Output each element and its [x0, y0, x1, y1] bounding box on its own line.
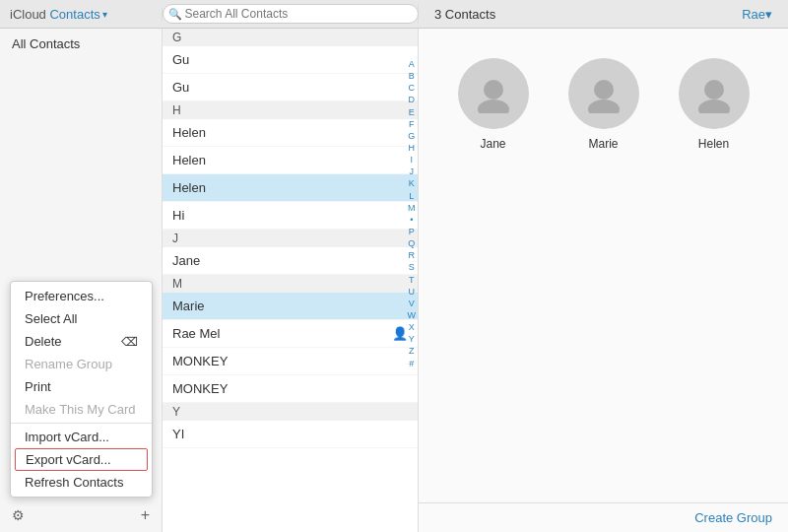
create-group-button[interactable]: Create Group: [694, 510, 772, 525]
user-menu[interactable]: Rae▾: [742, 7, 772, 22]
list-item[interactable]: Gu: [163, 74, 418, 101]
contact-name-jane: Jane: [480, 137, 505, 151]
list-item[interactable]: YI: [163, 421, 418, 448]
contact-name-helen: Helen: [698, 137, 729, 151]
list-item[interactable]: Gu: [163, 46, 418, 74]
svg-point-1: [478, 100, 509, 113]
svg-point-3: [588, 100, 620, 113]
section-header-y: Y: [163, 403, 418, 421]
list-item[interactable]: MONKEY: [163, 348, 418, 375]
contact-name: Rae Mel: [172, 326, 220, 341]
contacts-detail-area: Jane Marie Helen: [419, 29, 788, 502]
list-item[interactable]: Helen: [163, 119, 418, 147]
search-icon: 🔍: [168, 8, 182, 21]
section-header-h: H: [163, 101, 418, 119]
search-area: 🔍: [163, 4, 419, 24]
menu-item-refresh-contacts[interactable]: Refresh Contacts: [11, 471, 152, 494]
menu-item-delete[interactable]: Delete ⌫: [11, 330, 152, 353]
avatar-icon: [584, 74, 624, 113]
alphabet-index: A B C D E F G H I J K L M • P Q R S T U …: [408, 58, 417, 369]
avatar-marie: [568, 58, 639, 129]
gear-icon[interactable]: ⚙: [12, 507, 25, 523]
chevron-icon[interactable]: ▾: [102, 9, 107, 20]
menu-item-export-vcard[interactable]: Export vCard...: [15, 448, 148, 471]
detail-header: 3 Contacts Rae▾: [419, 7, 788, 22]
svg-point-4: [704, 80, 724, 100]
avatar-jane: [458, 58, 529, 129]
section-header-j: J: [163, 230, 418, 247]
contacts-count: 3 Contacts: [434, 7, 495, 22]
sidebar: All Contacts Preferences... Select All D…: [0, 29, 163, 532]
contact-card-jane: Jane: [458, 58, 529, 151]
list-item[interactable]: Helen: [163, 147, 418, 174]
list-item[interactable]: Jane: [163, 247, 418, 275]
contact-list: G Gu Gu H Helen Helen Helen Hi J Jane M …: [163, 29, 419, 532]
section-header-g: G: [163, 29, 418, 46]
avatar-icon: [474, 74, 513, 113]
contact-group-icon: 👤: [392, 326, 408, 341]
avatar-icon: [694, 74, 734, 113]
section-header-m: M: [163, 275, 418, 293]
list-item-rae-mel[interactable]: Rae Mel 👤: [163, 320, 418, 348]
list-item-helen-selected[interactable]: Helen: [163, 174, 418, 202]
menu-item-rename-group: Rename Group: [11, 353, 152, 375]
search-container: 🔍: [163, 4, 419, 24]
detail-footer: Create Group: [419, 502, 788, 532]
detail-panel: Jane Marie Helen: [419, 29, 788, 532]
contacts-label[interactable]: Contacts: [49, 7, 99, 22]
menu-item-make-my-card: Make This My Card: [11, 398, 152, 421]
menu-item-preferences[interactable]: Preferences...: [11, 285, 152, 307]
icloud-label: iCloud: [10, 7, 46, 22]
menu-item-select-all[interactable]: Select All: [11, 307, 152, 330]
list-item[interactable]: Hi: [163, 202, 418, 230]
header-row: iCloud Contacts ▾ 🔍 3 Contacts Rae▾: [0, 0, 788, 29]
main-area: All Contacts Preferences... Select All D…: [0, 29, 788, 532]
svg-point-5: [698, 100, 730, 113]
avatar-helen: [679, 58, 750, 129]
contact-card-helen: Helen: [679, 58, 750, 151]
add-group-icon[interactable]: +: [141, 506, 150, 524]
context-menu: Preferences... Select All Delete ⌫ Renam…: [10, 281, 153, 498]
delete-icon: ⌫: [121, 335, 138, 349]
all-contacts-label: All Contacts: [0, 29, 162, 59]
list-item[interactable]: MONKEY: [163, 375, 418, 403]
contact-card-marie: Marie: [568, 58, 639, 151]
contact-name-marie: Marie: [588, 137, 618, 151]
svg-point-2: [594, 80, 614, 100]
search-input[interactable]: [163, 4, 419, 24]
delete-label: Delete: [25, 334, 62, 349]
menu-separator: [11, 423, 152, 424]
svg-point-0: [484, 80, 503, 100]
list-item-marie-selected[interactable]: Marie: [163, 293, 418, 320]
app-title-area: iCloud Contacts ▾: [0, 7, 163, 22]
sidebar-bottom: ⚙ +: [0, 499, 162, 532]
menu-item-import-vcard[interactable]: Import vCard...: [11, 426, 152, 448]
menu-item-print[interactable]: Print: [11, 375, 152, 398]
